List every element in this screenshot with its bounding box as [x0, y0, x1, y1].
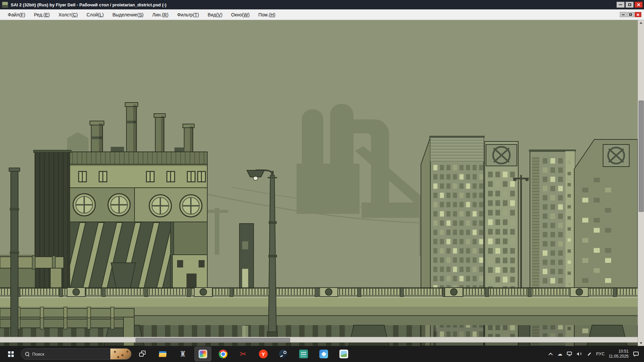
- chrome-taskbar-button[interactable]: [215, 347, 231, 361]
- file-explorer-taskbar-button[interactable]: [154, 347, 171, 361]
- cloud-icon[interactable]: ☁: [557, 351, 562, 357]
- clock-date: 11.05.2025: [609, 354, 629, 359]
- tray-icons: ☁: [548, 351, 592, 357]
- arrow-up-icon: [640, 22, 642, 24]
- clock-time: 10:51: [609, 349, 629, 354]
- menu-w[interactable]: Окно(W): [227, 10, 254, 19]
- gallery-taskbar-button[interactable]: [335, 347, 352, 361]
- steam-taskbar-button[interactable]: [275, 347, 292, 361]
- doc-minimize-button[interactable]: [620, 12, 627, 17]
- notes-icon: [299, 350, 308, 358]
- chevron-up-icon[interactable]: [548, 353, 553, 356]
- scroll-up-button[interactable]: [638, 20, 644, 25]
- search-placeholder: Поиск: [32, 352, 44, 357]
- search-highlight-image[interactable]: [110, 349, 131, 359]
- task-view-taskbar-button[interactable]: [134, 347, 151, 361]
- clock[interactable]: 10:51 11.05.2025: [609, 349, 629, 359]
- under-bridge: [0, 325, 638, 346]
- language-indicator[interactable]: РУС: [596, 352, 605, 356]
- photos-icon: [319, 350, 328, 358]
- taskbar: Поиск ♜✂Y ☁ РУС 10:51 11.05.2025: [0, 346, 644, 362]
- left-stack-pipe: [9, 168, 20, 341]
- minimize-icon: [619, 4, 622, 5]
- doc-close-button[interactable]: [635, 12, 641, 17]
- minimize-button[interactable]: [616, 2, 625, 8]
- screen: SAI 2 (32bit) (Rus) by Flyer Dell - Рабо…: [0, 0, 644, 362]
- minimize-icon: [622, 14, 625, 15]
- menu-h[interactable]: Пом.(H): [254, 10, 280, 19]
- menu-f[interactable]: Файл(F): [3, 10, 30, 19]
- menu-t[interactable]: Фильтр(T): [173, 10, 203, 19]
- notes-taskbar-button[interactable]: [295, 347, 312, 361]
- close-icon: [637, 13, 639, 16]
- restore-icon: [629, 13, 632, 16]
- close-icon: [637, 3, 640, 6]
- pen-icon[interactable]: [587, 351, 592, 357]
- canvas-viewport[interactable]: [0, 20, 638, 346]
- yandex-taskbar-button[interactable]: Y: [255, 347, 272, 361]
- menubar: Файл(F)Ред.(E)Холст(C)Слой(L)Выделение(S…: [0, 9, 644, 20]
- game-taskbar-button[interactable]: ♜: [174, 347, 191, 361]
- menu-r[interactable]: Лин.(R): [148, 10, 173, 19]
- start-button[interactable]: [3, 347, 18, 361]
- maximize-icon: [628, 3, 631, 6]
- game-icon: ♜: [178, 350, 187, 358]
- taskbar-apps: ♜✂Y: [134, 347, 352, 361]
- window-controls: [615, 2, 643, 8]
- canvas-hscrollbar[interactable]: [0, 337, 638, 343]
- menu-items: Файл(F)Ред.(E)Холст(C)Слой(L)Выделение(S…: [0, 10, 280, 19]
- file-explorer-icon: [158, 350, 167, 358]
- search-icon: [25, 352, 29, 356]
- menu-e[interactable]: Ред.(E): [30, 10, 54, 19]
- windows-logo-icon: [8, 351, 14, 357]
- canvas-vscrollbar[interactable]: [638, 20, 644, 346]
- scissors-taskbar-button[interactable]: ✂: [235, 347, 252, 361]
- notifications-icon[interactable]: [633, 351, 639, 357]
- menu-c[interactable]: Холст(C): [54, 10, 82, 19]
- taskbar-tray: ☁ РУС 10:51 11.05.2025: [548, 349, 644, 359]
- volume-icon[interactable]: [577, 351, 583, 357]
- maximize-button[interactable]: [626, 2, 634, 8]
- sai-app-icon: [2, 2, 8, 8]
- scroll-down-button[interactable]: [638, 341, 644, 346]
- menu-v[interactable]: Вид(V): [203, 10, 227, 19]
- vscrollbar-thumb[interactable]: [639, 101, 644, 212]
- scissors-icon: ✂: [239, 350, 248, 358]
- document-window-controls: [619, 12, 641, 17]
- titlebar: SAI 2 (32bit) (Rus) by Flyer Dell - Рабо…: [0, 0, 644, 9]
- chrome-icon: [219, 350, 227, 358]
- steam-icon: [279, 350, 288, 358]
- close-button[interactable]: [635, 2, 643, 8]
- arrow-down-icon: [640, 342, 642, 344]
- task-view-icon: [138, 350, 147, 358]
- yandex-icon: Y: [259, 350, 268, 358]
- sai-taskbar-button[interactable]: [195, 347, 211, 361]
- taskbar-search[interactable]: Поиск: [21, 348, 131, 360]
- menu-l[interactable]: Слой(L): [82, 10, 108, 19]
- menu-s[interactable]: Выделение(S): [108, 10, 148, 19]
- window-title: SAI 2 (32bit) (Rus) by Flyer Dell - Рабо…: [11, 2, 166, 7]
- display-icon[interactable]: [567, 351, 573, 357]
- artwork-proletarian-district: [0, 20, 638, 346]
- doc-restore-button[interactable]: [627, 12, 634, 17]
- taskbar-left: Поиск ♜✂Y: [0, 347, 352, 361]
- gallery-icon: [339, 350, 348, 358]
- sai-icon: [199, 350, 207, 358]
- hscrollbar-thumb[interactable]: [136, 338, 290, 342]
- photos-taskbar-button[interactable]: [315, 347, 332, 361]
